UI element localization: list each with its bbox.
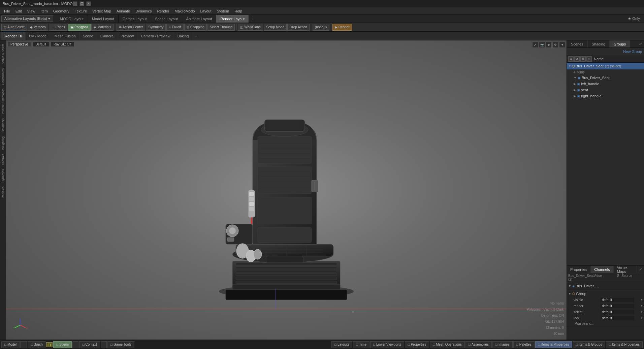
prop-dropdown-render[interactable]: ▾ — [641, 304, 643, 308]
sidebar-item-active-select[interactable]: Active & Select — [1, 42, 5, 66]
group-icon-toggle-2[interactable]: ↺ — [574, 56, 580, 62]
tab-shading[interactable]: Shading — [588, 40, 610, 47]
perspective-pill[interactable]: Perspective — [7, 42, 31, 47]
tree-item-left-handle[interactable]: ▶ ▣ left_handle — [567, 81, 644, 87]
sidebar-item-coordinates[interactable]: Coordinates — [1, 66, 5, 87]
polygons-button[interactable]: ▣ Polygons — [68, 24, 91, 31]
sidebar-item-ik[interactable]: Inverse Kinematics — [1, 87, 5, 116]
render-button[interactable]: ▶ Render — [332, 24, 352, 31]
sidebar-item-deformers[interactable]: Deformers — [1, 116, 5, 134]
symmetry-button[interactable]: Symmetry — [146, 24, 166, 31]
edges-button[interactable]: ⋯ Edges — [49, 24, 67, 31]
sidebar-item-particles[interactable]: Particles — [1, 185, 5, 200]
bot-scene-button[interactable]: □ Scene — [53, 341, 72, 348]
falloff-button[interactable]: ○ Falloff — [166, 24, 183, 31]
workplane-button[interactable]: ◫ WorkPlane — [238, 24, 263, 31]
menu-geometry[interactable]: Geometry — [51, 8, 72, 14]
prop-value-visible[interactable]: default — [601, 298, 634, 302]
tab-games-layout[interactable]: Games Layout — [119, 15, 151, 23]
ray-gl-pill[interactable]: Ray GL: Off — [51, 42, 74, 47]
vp-zoom-button[interactable]: ⊕ — [546, 42, 552, 48]
prop-section-header-1[interactable]: ▼ ◈ Bus_Driver_... — [568, 283, 643, 289]
scene-panel-expand-button[interactable]: ⤢ — [637, 40, 644, 47]
prop-panel-expand-button[interactable]: ⤢ — [637, 266, 644, 273]
tab-modo-layout[interactable]: MODO Layout — [56, 15, 88, 23]
tab-groups[interactable]: Groups — [610, 40, 630, 47]
bot-context-button[interactable]: □ Context — [79, 341, 100, 348]
vp-maximize-button[interactable]: ⤢ — [532, 42, 538, 48]
vp-settings-button[interactable]: ⚙ — [552, 42, 558, 48]
menu-help[interactable]: Help — [232, 8, 245, 14]
menu-render[interactable]: Render — [154, 8, 172, 14]
bot-mesh-ops-button[interactable]: □ Mesh Operations — [430, 341, 464, 348]
sidebar-item-dynamics[interactable]: Dynamics — [1, 167, 5, 185]
menu-file[interactable]: File — [1, 8, 13, 14]
prop-dropdown-select[interactable]: ▾ — [641, 310, 643, 314]
add-layout-tab-button[interactable]: + — [249, 16, 256, 22]
tab-render-layout[interactable]: Render Layout — [216, 15, 249, 23]
tab-scenes[interactable]: Scenes — [567, 40, 588, 47]
menu-system[interactable]: System — [214, 8, 232, 14]
menu-texture[interactable]: Texture — [72, 8, 90, 14]
group-icon-toggle-4[interactable]: ⊞ — [586, 56, 592, 62]
group-icon-toggle-1[interactable]: ◈ — [568, 56, 574, 62]
tab-baking[interactable]: Baking — [174, 32, 193, 40]
prop-section-header-2[interactable]: ▼ ⬡ Group — [568, 291, 643, 297]
tree-item-seat[interactable]: ▶ ▣ seat — [567, 87, 644, 93]
sidebar-item-controls[interactable]: Controls — [1, 152, 5, 167]
tab-vertex-maps[interactable]: Vertex Maps — [614, 266, 637, 273]
tab-model-layout[interactable]: Model Layout — [88, 15, 119, 23]
tab-render-tri[interactable]: Render Tri — [1, 32, 26, 40]
prop-value-render[interactable]: default — [601, 304, 634, 308]
menu-animate[interactable]: Animate — [114, 8, 133, 14]
menu-maxtomodo[interactable]: MaxToModo — [172, 8, 198, 14]
menu-dynamics[interactable]: Dynamics — [133, 8, 154, 14]
alt-layouts-dropdown[interactable]: Alternative Layouts (Beta) ▾ — [1, 15, 53, 22]
bot-properties-button[interactable]: □ Properties — [405, 341, 429, 348]
action-center-button[interactable]: ⊕ Action Center — [117, 24, 146, 31]
tab-properties[interactable]: Properties — [567, 266, 591, 273]
tab-scene[interactable]: Scene — [79, 32, 97, 40]
bot-model-button[interactable]: □ Model — [1, 341, 20, 348]
tree-item-bus-driver-seat[interactable]: ▼ ▣ Bus_Driver_Seat — [567, 75, 644, 81]
setup-mode-button[interactable]: Setup Mode — [264, 24, 287, 31]
vp-cam-button[interactable]: 📷 — [539, 42, 545, 48]
sidebar-item-weighting[interactable]: Weighting — [1, 134, 5, 152]
tab-camera-preview[interactable]: Camera / Preview — [137, 32, 174, 40]
default-pill[interactable]: Default — [32, 42, 49, 47]
prop-dropdown-lock[interactable]: ▾ — [641, 316, 643, 320]
drop-action-button[interactable]: Drop Action — [287, 24, 310, 31]
star-only-toggle[interactable]: ★ Only — [625, 16, 643, 22]
materials-button[interactable]: ◈ Materials — [91, 24, 114, 31]
bot-layouts-button[interactable]: □ Layouts — [331, 341, 352, 348]
bot-palettes-button[interactable]: □ Palettes — [513, 341, 535, 348]
bot-game-tools-button[interactable]: □ Game Tools — [107, 341, 134, 348]
select-through-button[interactable]: Select Through — [207, 24, 235, 31]
bot-brush-button[interactable]: □ Brush — [28, 341, 45, 348]
tab-channels[interactable]: Channels — [591, 266, 613, 273]
prop-add-user[interactable]: Add user c... — [568, 321, 643, 326]
bot-items-groups-button[interactable]: □ Items & Groups — [573, 341, 605, 348]
tree-item-right-handle[interactable]: ▶ ▣ right_handle — [567, 93, 644, 99]
prop-value-lock[interactable]: default — [601, 316, 634, 320]
bot-lower-viewports-button[interactable]: □ Lower Viewports — [370, 341, 404, 348]
tab-camera[interactable]: Camera — [97, 32, 117, 40]
tab-uv-model[interactable]: UV / Model — [26, 32, 51, 40]
menu-layout[interactable]: Layout — [197, 8, 214, 14]
auto-select-button[interactable]: ⊡ Auto Select — [1, 24, 27, 31]
bot-time-button[interactable]: □ Time — [353, 341, 369, 348]
close-button[interactable]: ✕ — [86, 1, 91, 6]
vp-more-button[interactable]: ▾ — [559, 42, 565, 48]
minimize-button[interactable]: — — [73, 1, 77, 6]
bot-items-properties-button[interactable]: □ Items & Properties — [535, 341, 572, 348]
snapping-button[interactable]: ⊞ Snapping — [184, 24, 207, 31]
bot-assemblies-button[interactable]: □ Assemblies — [465, 341, 492, 348]
bot-images-button[interactable]: □ Images — [492, 341, 513, 348]
menu-item[interactable]: Item — [38, 8, 50, 14]
menu-view[interactable]: View — [25, 8, 38, 14]
maximize-button[interactable]: ❐ — [79, 1, 84, 6]
menu-vertex-map[interactable]: Vertex Map — [90, 8, 114, 14]
new-group-button[interactable]: New Group — [623, 50, 642, 54]
bot-items-properties-2-button[interactable]: □ Items & Properties — [606, 341, 643, 348]
none-dropdown[interactable]: (none) ▾ — [313, 24, 329, 31]
